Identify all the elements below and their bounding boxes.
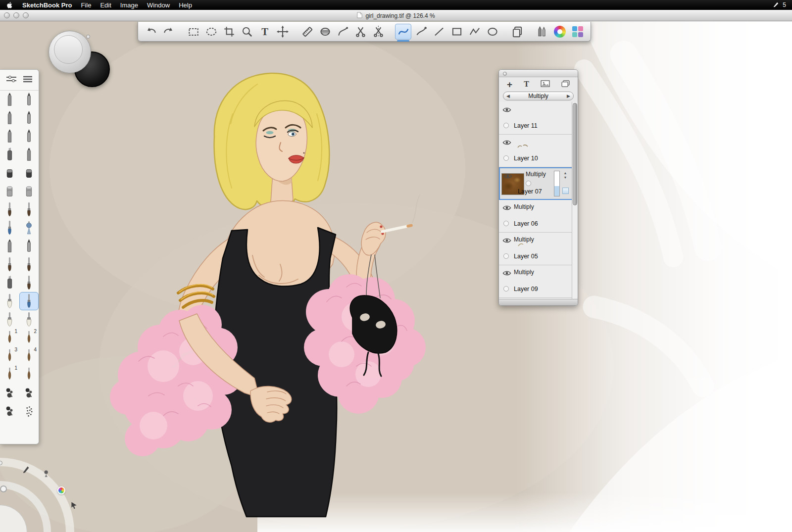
scissors-tool[interactable] [352, 24, 369, 40]
lagoon-airbrush-icon[interactable] [43, 469, 51, 478]
brush-marker-icon[interactable] [0, 274, 19, 292]
menu-item-window[interactable]: Window [147, 1, 170, 9]
ruler-tool[interactable] [299, 24, 316, 40]
visibility-eye-icon[interactable] [502, 106, 511, 112]
brush-library-icon[interactable] [534, 24, 550, 40]
blend-mode-next-arrow[interactable]: ▶ [567, 94, 570, 98]
layer-row[interactable]: Multiply Layer 06 [499, 200, 573, 233]
curve-point-draw-style-tool[interactable] [413, 24, 429, 40]
brush-round-icon[interactable] [19, 274, 39, 292]
visibility-eye-icon[interactable] [503, 172, 512, 178]
palette-menu-icon[interactable] [21, 75, 34, 86]
brush-mop-icon[interactable] [19, 310, 39, 329]
menu-item-image[interactable]: Image [120, 1, 138, 9]
brush-splatter-icon[interactable] [19, 384, 39, 402]
menu-item-help[interactable]: Help [179, 1, 192, 9]
brush-selected-item[interactable] [19, 292, 39, 310]
brush-pencil-icon[interactable] [0, 237, 19, 255]
polyline-draw-style-tool[interactable] [466, 24, 483, 40]
redo-button[interactable] [161, 24, 177, 40]
move-tool[interactable] [275, 24, 291, 40]
french-curve-tool[interactable] [335, 24, 351, 40]
lagoon-dot-button[interactable] [0, 485, 7, 492]
brush-eraser-icon[interactable] [19, 164, 39, 182]
brush-pen-icon[interactable] [19, 91, 39, 109]
layer-name[interactable]: Layer 11 [514, 122, 538, 129]
brush-nib-icon[interactable]: 1 [0, 329, 19, 347]
layer-row[interactable]: Multiply Layer 05 [499, 233, 573, 265]
layer-stack-button[interactable] [561, 80, 570, 89]
visibility-eye-icon[interactable] [502, 269, 511, 275]
lagoon-cursor-icon[interactable] [70, 501, 78, 509]
brush-round-icon[interactable] [0, 200, 19, 219]
layer-name[interactable]: Layer 07 [518, 188, 542, 195]
brush-pencil-icon[interactable] [19, 145, 39, 164]
lasso-select-tool[interactable] [203, 24, 220, 40]
lagoon-pen-icon[interactable] [22, 465, 31, 474]
layers-scrollbar-track[interactable] [572, 102, 578, 299]
brush-pen-icon[interactable] [19, 109, 39, 127]
layer-row[interactable]: Layer 10 [499, 135, 573, 167]
brush-eraser-icon[interactable] [0, 164, 19, 182]
visibility-eye-icon[interactable] [502, 204, 511, 210]
visibility-eye-icon[interactable] [502, 139, 511, 145]
swatches-icon[interactable] [569, 24, 586, 40]
layers-panel-titlebar[interactable] [499, 70, 578, 77]
brush-paint-can-icon[interactable] [19, 182, 39, 200]
menu-item-edit[interactable]: Edit [100, 1, 111, 9]
layer-row[interactable]: Layer 11 [499, 102, 573, 135]
apple-menu-icon[interactable] [6, 1, 13, 9]
tablet-pen-status-icon[interactable] [773, 1, 780, 9]
text-layer-button[interactable]: T [524, 80, 529, 88]
brush-nib-icon[interactable] [19, 365, 39, 384]
layer-options-button[interactable] [562, 188, 569, 194]
crop-tool[interactable] [221, 24, 238, 40]
brush-nib-icon[interactable]: 4 [19, 347, 39, 365]
ellipse-draw-style-tool[interactable] [484, 24, 500, 40]
layer-name[interactable]: Layer 05 [514, 253, 538, 260]
layer-name[interactable]: Layer 06 [514, 220, 538, 227]
puck-handle-dot[interactable] [86, 35, 90, 39]
layers-panel-footer[interactable] [499, 299, 578, 305]
add-layer-button[interactable]: + [507, 80, 512, 89]
brush-pencil-icon[interactable] [0, 127, 19, 145]
copy-paste-tool[interactable] [509, 24, 525, 40]
color-wheel-icon[interactable] [551, 24, 568, 40]
brush-settings-icon[interactable] [5, 75, 18, 86]
undo-button[interactable] [143, 24, 159, 40]
brush-airbrush-icon[interactable] [19, 219, 39, 237]
document-titlebar[interactable]: girl_drawing.tif @ 126.4 % [0, 10, 792, 21]
layer-select-circle[interactable] [526, 181, 531, 186]
line-draw-style-tool[interactable] [431, 24, 447, 40]
layer-select-circle[interactable] [503, 286, 509, 291]
app-name[interactable]: SketchBook Pro [22, 1, 72, 9]
ellipse-guide-tool[interactable] [317, 24, 334, 40]
brush-dots-icon[interactable] [19, 402, 39, 420]
curve-draw-style-tool[interactable] [395, 24, 411, 40]
marquee-select-tool[interactable] [186, 24, 202, 40]
layer-select-circle[interactable] [503, 253, 509, 259]
layer-select-circle[interactable] [503, 155, 509, 161]
brush-puck[interactable] [49, 31, 91, 73]
brush-round-icon[interactable] [19, 200, 39, 219]
lagoon-color-ball-icon[interactable] [57, 486, 65, 494]
brush-blue-round-icon[interactable] [0, 219, 19, 237]
blend-mode-label[interactable]: Multiply [528, 93, 548, 99]
panel-close-button[interactable] [503, 72, 507, 76]
blend-mode-prev-arrow[interactable]: ◀ [506, 94, 510, 98]
brush-mop-icon[interactable] [0, 310, 19, 329]
layer-spinner-arrows[interactable]: ▲▼ [562, 171, 569, 180]
layer-name[interactable]: Layer 09 [514, 286, 538, 292]
menu-item-file[interactable]: File [81, 1, 91, 9]
visibility-eye-icon[interactable] [502, 237, 511, 242]
zoom-tool[interactable] [239, 24, 255, 40]
canvas-area[interactable] [0, 10, 792, 532]
brush-mop-icon[interactable] [0, 292, 19, 310]
brush-round-icon[interactable] [19, 255, 39, 274]
brush-pencil-icon[interactable] [0, 91, 19, 109]
brush-nib-icon[interactable]: 2 [19, 329, 39, 347]
lagoon-handle-knob[interactable] [0, 461, 2, 465]
layer-row[interactable]: Multiply Layer 09 [499, 265, 573, 298]
brush-pen-icon[interactable] [19, 127, 39, 145]
snip-tool[interactable] [370, 24, 387, 40]
